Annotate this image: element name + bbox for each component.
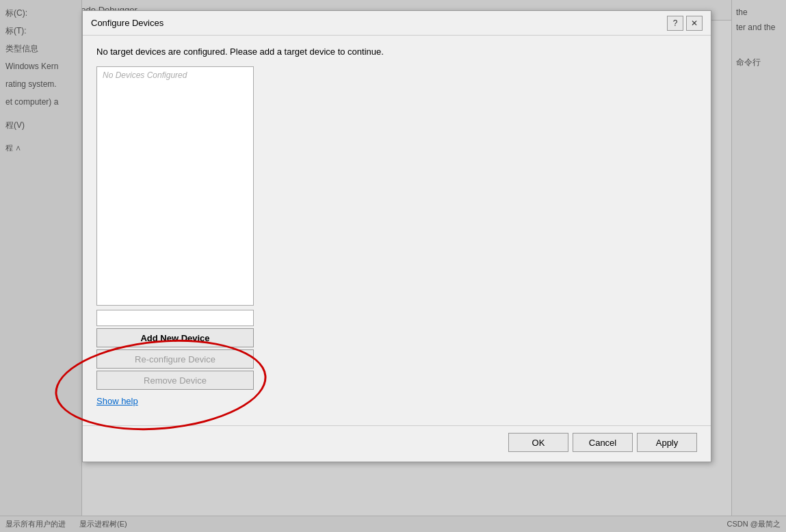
- dialog-body: No target devices are configured. Please…: [83, 36, 711, 423]
- dialog-close-button[interactable]: ✕: [686, 16, 703, 31]
- device-list-panel: No Devices Configured Add New Device Re-…: [96, 66, 254, 406]
- show-help-link[interactable]: Show help: [96, 396, 254, 406]
- configure-devices-dialog: Configure Devices ? ✕ No target devices …: [82, 10, 711, 462]
- device-list-buttons: Add New Device Re-configure Device Remov…: [96, 310, 254, 406]
- device-listbox-empty-text: No Devices Configured: [100, 68, 189, 83]
- cancel-button[interactable]: Cancel: [573, 433, 633, 452]
- ok-button[interactable]: OK: [508, 433, 568, 452]
- dialog-main: No Devices Configured Add New Device Re-…: [96, 66, 697, 406]
- dialog-footer: OK Cancel Apply: [83, 425, 711, 462]
- reconfigure-device-button[interactable]: Re-configure Device: [96, 349, 254, 369]
- dialog-help-button[interactable]: ?: [667, 16, 683, 31]
- dialog-title: Configure Devices: [91, 18, 163, 28]
- dialog-message: No target devices are configured. Please…: [96, 46, 697, 57]
- device-listbox[interactable]: No Devices Configured: [96, 66, 254, 306]
- add-new-device-button[interactable]: Add New Device: [96, 328, 254, 347]
- apply-button[interactable]: Apply: [637, 433, 697, 452]
- config-panel: [265, 66, 697, 406]
- dialog-title-buttons: ? ✕: [667, 16, 703, 31]
- device-name-input[interactable]: [96, 310, 254, 326]
- remove-device-button[interactable]: Remove Device: [96, 371, 254, 390]
- dialog-titlebar: Configure Devices ? ✕: [83, 11, 711, 36]
